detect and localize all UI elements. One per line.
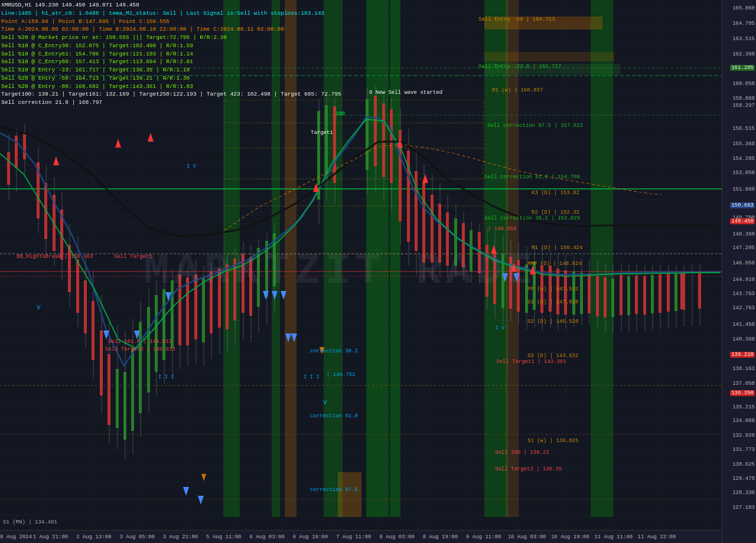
svg-rect-153 xyxy=(333,106,336,183)
price-156515: 156.515 xyxy=(732,126,755,132)
svg-rect-103 xyxy=(100,331,103,395)
price-142763: 142.763 xyxy=(732,305,755,311)
price-149450-current: 149.450 xyxy=(730,218,755,224)
svg-rect-127 xyxy=(194,274,197,339)
chart-container: MARKTZIT RADE XMRUSD,H1 149.230 149.450 … xyxy=(0,0,756,543)
time-7aug11: 7 Aug 11:00 xyxy=(336,534,371,540)
price-136350: 136.350 xyxy=(730,390,755,396)
price-165860: 165.860 xyxy=(732,5,755,11)
svg-rect-62 xyxy=(338,472,361,517)
price-138163: 138.163 xyxy=(732,366,755,372)
svg-rect-213 xyxy=(596,276,599,316)
svg-rect-61 xyxy=(285,0,296,517)
svg-rect-169 xyxy=(422,183,425,263)
svg-rect-85 xyxy=(23,133,26,159)
time-2aug: 2 Aug 13:00 xyxy=(76,534,111,540)
s1-mn-label: S1 (MN) | 134.491 xyxy=(3,519,57,525)
svg-rect-157 xyxy=(374,96,377,166)
svg-rect-105 xyxy=(107,354,110,425)
time-3aug: 3 Aug 05:00 xyxy=(119,534,154,540)
svg-rect-201 xyxy=(549,266,552,312)
svg-rect-101 xyxy=(92,301,94,360)
svg-rect-117 xyxy=(155,295,158,372)
svg-rect-181 xyxy=(470,230,472,272)
time-10aug03: 10 Aug 03:00 xyxy=(508,534,546,540)
price-158860: 158.860 xyxy=(732,96,755,102)
time-3aug21: 3 Aug 21:00 xyxy=(163,534,198,540)
svg-rect-231 xyxy=(667,274,670,312)
svg-rect-141 xyxy=(249,257,252,316)
price-155368: 155.368 xyxy=(732,141,755,147)
price-162368: 162.368 xyxy=(732,51,755,57)
svg-rect-131 xyxy=(210,272,213,333)
svg-rect-107 xyxy=(116,369,119,428)
time-axis: 28 Aug 2024 1 Aug 21:00 2 Aug 13:00 3 Au… xyxy=(0,530,722,543)
svg-rect-151 xyxy=(325,105,328,182)
price-128330: 128.330 xyxy=(732,490,755,496)
svg-rect-109 xyxy=(123,372,126,440)
price-130625: 130.625 xyxy=(732,462,755,467)
svg-rect-159 xyxy=(382,103,385,177)
svg-rect-0 xyxy=(0,0,722,530)
svg-rect-237 xyxy=(680,273,683,309)
svg-rect-57 xyxy=(366,0,389,517)
time-11aug22: 11 Aug 22:00 xyxy=(638,534,676,540)
time-28aug: 28 Aug 2024 xyxy=(0,534,32,540)
svg-rect-185 xyxy=(485,245,488,297)
price-151860: 151.860 xyxy=(732,187,755,192)
price-158297: 158.297 xyxy=(732,103,755,109)
svg-rect-173 xyxy=(438,204,441,263)
price-131773: 131.773 xyxy=(732,447,755,453)
price-153058: 153.058 xyxy=(732,170,755,176)
svg-rect-113 xyxy=(139,322,142,413)
svg-rect-217 xyxy=(611,279,614,317)
price-132920: 132.920 xyxy=(732,433,755,439)
svg-rect-78 xyxy=(484,52,614,61)
price-141458: 141.458 xyxy=(732,322,755,328)
svg-rect-58 xyxy=(390,0,400,517)
svg-rect-177 xyxy=(454,218,457,266)
svg-rect-233 xyxy=(674,274,677,311)
svg-rect-229 xyxy=(659,274,662,313)
price-148360: 148.360 xyxy=(732,231,755,237)
svg-rect-133 xyxy=(218,269,221,328)
svg-rect-99 xyxy=(84,280,87,333)
time-6aug03: 6 Aug 03:00 xyxy=(249,534,284,540)
svg-rect-221 xyxy=(627,276,630,315)
svg-rect-211 xyxy=(588,273,591,313)
svg-rect-209 xyxy=(580,273,583,314)
price-161205: 161.205 xyxy=(730,65,755,71)
svg-rect-56 xyxy=(324,0,343,517)
price-127183: 127.183 xyxy=(732,505,755,511)
svg-rect-215 xyxy=(604,277,607,318)
svg-rect-207 xyxy=(572,272,575,315)
svg-rect-161 xyxy=(390,109,393,183)
svg-rect-79 xyxy=(484,64,620,74)
svg-rect-77 xyxy=(484,17,602,30)
time-6aug19: 6 Aug 19:00 xyxy=(293,534,328,540)
svg-rect-227 xyxy=(651,275,654,313)
svg-rect-121 xyxy=(171,280,174,348)
svg-rect-60 xyxy=(591,0,613,517)
svg-rect-129 xyxy=(202,277,205,342)
price-144910: 144.910 xyxy=(732,277,755,283)
svg-rect-125 xyxy=(186,277,189,345)
price-139210: 139.210 xyxy=(730,352,755,358)
svg-rect-225 xyxy=(643,276,646,315)
price-137058: 137.058 xyxy=(732,381,755,387)
svg-rect-223 xyxy=(635,276,638,314)
time-1aug: 1 Aug 21:00 xyxy=(33,534,68,540)
time-8aug19: 8 Aug 19:00 xyxy=(423,534,458,540)
svg-rect-95 xyxy=(68,245,71,292)
price-146058: 146.058 xyxy=(732,260,755,266)
svg-rect-97 xyxy=(76,260,79,313)
price-140360: 140.360 xyxy=(732,336,755,342)
time-5aug: 5 Aug 11:00 xyxy=(206,534,241,540)
price-135215: 135.215 xyxy=(732,404,755,410)
price-axis: 165.860 164.705 163.515 162.368 161.205 … xyxy=(722,0,756,543)
chart-svg xyxy=(0,0,756,543)
svg-rect-81 xyxy=(7,152,10,185)
svg-rect-123 xyxy=(178,274,181,345)
svg-rect-54 xyxy=(223,0,240,517)
price-147205: 147.205 xyxy=(732,245,755,251)
